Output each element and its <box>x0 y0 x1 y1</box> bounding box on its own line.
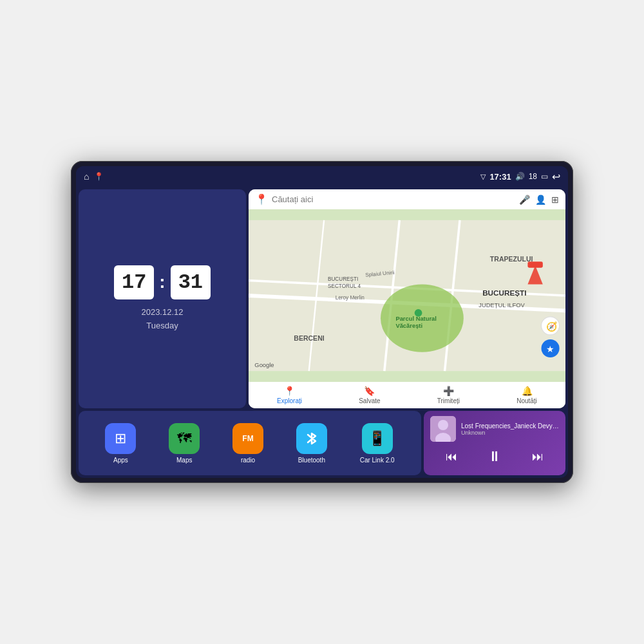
music-thumb-image <box>430 416 456 442</box>
car-head-unit: ⌂ 📍 ▽ 17:31 🔊 18 ▭ ↩ 17 : <box>71 161 573 483</box>
music-panel: Lost Frequencies_Janieck Devy-... Unknow… <box>424 411 565 475</box>
map-tab-saved[interactable]: 🔖 Salvate <box>359 386 380 404</box>
app-apps[interactable]: ⊞ Apps <box>105 423 136 464</box>
music-thumbnail <box>430 416 456 442</box>
clock-date: 2023.12.12 Tuesday <box>141 306 183 333</box>
app-radio[interactable]: FM radio <box>232 423 263 464</box>
music-top: Lost Frequencies_Janieck Devy-... Unknow… <box>430 416 559 442</box>
app-carlink[interactable]: 📱 Car Link 2.0 <box>360 423 395 464</box>
carlink-label: Car Link 2.0 <box>360 457 395 464</box>
svg-text:★: ★ <box>546 344 554 354</box>
music-play-button[interactable]: ⏸ <box>485 446 504 468</box>
nav-icon[interactable]: 📍 <box>94 172 104 181</box>
grid-icon[interactable]: ⊞ <box>551 194 559 205</box>
music-controls: ⏮ ⏸ ⏭ <box>430 446 559 468</box>
map-tab-contribute[interactable]: ➕ Trimiteți <box>437 386 460 404</box>
signal-icon: ▽ <box>480 173 486 181</box>
status-left-icons: ⌂ 📍 <box>84 171 104 182</box>
map-footer: 📍 Explorați 🔖 Salvate ➕ Trimiteți 🔔 <box>249 382 565 408</box>
map-search-bar[interactable]: 📍 Căutați aici 🎤 👤 ⊞ <box>249 189 565 209</box>
apps-panel: ⊞ Apps 🗺 Maps FM <box>79 411 421 475</box>
svg-text:Parcul Natural: Parcul Natural <box>395 316 436 322</box>
svg-text:BERCENI: BERCENI <box>294 334 324 342</box>
carlink-icon: 📱 <box>362 423 393 454</box>
map-widget[interactable]: 📍 Căutați aici 🎤 👤 ⊞ <box>249 189 565 408</box>
map-tab-updates[interactable]: 🔔 Noutăți <box>516 386 537 404</box>
explore-icon: 📍 <box>284 386 295 396</box>
svg-text:Google: Google <box>254 362 274 368</box>
music-info: Lost Frequencies_Janieck Devy-... Unknow… <box>461 422 559 436</box>
maps-label: Maps <box>176 457 192 464</box>
radio-label: radio <box>241 457 255 464</box>
volume-icon: 🔊 <box>515 172 525 181</box>
svg-text:JUDEȚUL ILFOV: JUDEȚUL ILFOV <box>478 302 525 308</box>
app-bluetooth[interactable]: Bluetooth <box>296 423 327 464</box>
back-icon[interactable]: ↩ <box>552 171 560 183</box>
clock-minutes: 31 <box>171 265 211 299</box>
bluetooth-icon <box>296 423 327 454</box>
status-time: 17:31 <box>489 172 511 182</box>
map-search-placeholder[interactable]: Căutați aici <box>272 194 515 204</box>
mic-icon[interactable]: 🎤 <box>519 194 530 205</box>
map-tab-explore-label: Explorați <box>277 397 302 404</box>
svg-text:BUCUREȘTI: BUCUREȘTI <box>482 289 526 297</box>
screen: ⌂ 📍 ▽ 17:31 🔊 18 ▭ ↩ 17 : <box>76 166 568 478</box>
status-right-info: ▽ 17:31 🔊 18 ▭ ↩ <box>480 171 560 183</box>
clock-display: 17 : 31 <box>114 265 211 299</box>
map-pin-icon: 📍 <box>255 193 268 205</box>
music-next-button[interactable]: ⏭ <box>529 448 546 466</box>
status-bar: ⌂ 📍 ▽ 17:31 🔊 18 ▭ ↩ <box>76 166 568 187</box>
saved-icon: 🔖 <box>364 386 375 396</box>
svg-text:BUCUREȘTI: BUCUREȘTI <box>328 276 358 282</box>
svg-text:Leroy Merlin: Leroy Merlin <box>336 295 365 301</box>
contribute-icon: ➕ <box>443 386 454 396</box>
updates-icon: 🔔 <box>522 386 533 396</box>
account-icon[interactable]: 👤 <box>535 194 546 205</box>
main-content: 17 : 31 2023.12.12 Tuesday 📍 Căutați aic… <box>76 187 568 478</box>
clock-hours: 17 <box>114 265 154 299</box>
map-search-action-icons: 🎤 👤 ⊞ <box>519 194 559 205</box>
maps-icon: 🗺 <box>169 423 200 454</box>
battery-value: 18 <box>529 172 537 181</box>
battery-icon: ▭ <box>541 172 548 181</box>
music-title: Lost Frequencies_Janieck Devy-... <box>461 422 559 430</box>
svg-text:Văcărești: Văcărești <box>395 323 422 329</box>
music-artist: Unknown <box>461 430 559 436</box>
bottom-section: ⊞ Apps 🗺 Maps FM <box>79 411 565 475</box>
svg-text:🧭: 🧭 <box>546 321 558 332</box>
map-body[interactable]: Parcul Natural Văcărești TRAPEZULUI BUCU… <box>249 209 565 382</box>
home-icon[interactable]: ⌂ <box>84 171 89 182</box>
apps-label: Apps <box>113 457 128 464</box>
svg-rect-19 <box>527 261 542 267</box>
music-prev-button[interactable]: ⏮ <box>443 448 460 466</box>
svg-point-9 <box>415 309 422 317</box>
bluetooth-label: Bluetooth <box>298 457 325 464</box>
map-tab-contribute-label: Trimiteți <box>437 397 460 404</box>
app-maps[interactable]: 🗺 Maps <box>169 423 200 464</box>
svg-text:TRAPEZULUI: TRAPEZULUI <box>490 255 533 263</box>
map-tab-saved-label: Salvate <box>359 397 380 404</box>
clock-widget: 17 : 31 2023.12.12 Tuesday <box>79 189 246 408</box>
map-tab-updates-label: Noutăți <box>516 397 537 404</box>
top-section: 17 : 31 2023.12.12 Tuesday 📍 Căutați aic… <box>79 189 565 408</box>
svg-text:SECTORUL 4: SECTORUL 4 <box>328 283 361 289</box>
clock-colon: : <box>159 272 165 292</box>
radio-icon: FM <box>232 423 263 454</box>
svg-point-26 <box>438 420 448 430</box>
apps-icon: ⊞ <box>105 423 136 454</box>
map-tab-explore[interactable]: 📍 Explorați <box>277 386 302 404</box>
